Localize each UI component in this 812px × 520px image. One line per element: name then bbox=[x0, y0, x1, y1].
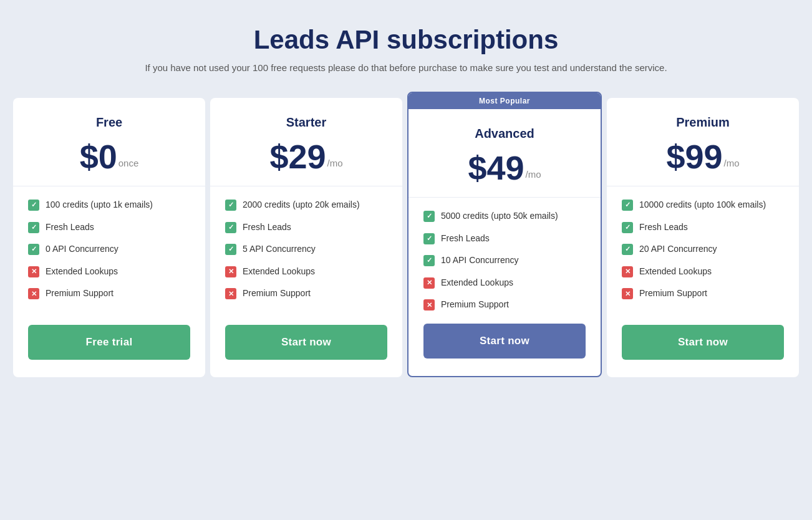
feature-icon-check bbox=[622, 222, 633, 233]
plan-price-starter: $29 bbox=[269, 140, 326, 173]
plan-cta-premium: Start now bbox=[607, 325, 799, 377]
feature-icon-cross bbox=[423, 299, 435, 311]
feature-item: Extended Lookups bbox=[225, 266, 387, 278]
feature-text: Extended Lookups bbox=[46, 266, 118, 278]
feature-icon-cross bbox=[225, 266, 236, 277]
feature-icon-cross bbox=[423, 277, 435, 289]
cta-button-free[interactable]: Free trial bbox=[28, 325, 190, 360]
plan-name-free: Free bbox=[28, 115, 190, 130]
feature-icon-check bbox=[225, 200, 236, 211]
feature-icon-check bbox=[622, 200, 633, 211]
plan-price-advanced: $49 bbox=[468, 151, 524, 185]
feature-icon-check bbox=[423, 211, 435, 222]
feature-text: 2000 credits (upto 20k emails) bbox=[243, 199, 360, 211]
feature-text: Premium Support bbox=[639, 287, 707, 300]
feature-item: Premium Support bbox=[28, 287, 190, 300]
cta-button-advanced[interactable]: Start now bbox=[423, 324, 586, 359]
plan-card-advanced: Most Popular Advanced $49 /mo 5000 credi… bbox=[407, 92, 602, 377]
page-subtitle: If you have not used your 100 free reque… bbox=[145, 62, 667, 73]
plan-period-free: once bbox=[118, 158, 139, 168]
plan-price-row-premium: $99 /mo bbox=[622, 140, 784, 173]
feature-text: 10 API Concurrency bbox=[441, 254, 519, 267]
plan-price-row-advanced: $49 /mo bbox=[423, 151, 586, 185]
feature-item: Extended Lookups bbox=[423, 277, 586, 289]
feature-item: Fresh Leads bbox=[225, 221, 387, 234]
feature-icon-check bbox=[423, 233, 435, 244]
feature-item: 0 API Concurrency bbox=[28, 243, 190, 256]
feature-text: 20 API Concurrency bbox=[639, 243, 717, 256]
feature-icon-check bbox=[622, 244, 633, 255]
plan-card-premium: Premium $99 /mo 10000 credits (upto 100k… bbox=[607, 98, 799, 377]
feature-item: 2000 credits (upto 20k emails) bbox=[225, 199, 387, 211]
plan-header-premium: Premium $99 /mo bbox=[607, 98, 799, 186]
plan-price-row-free: $0 once bbox=[28, 140, 190, 173]
plan-name-advanced: Advanced bbox=[423, 127, 586, 141]
feature-item: Extended Lookups bbox=[622, 266, 784, 278]
plan-period-starter: /mo bbox=[327, 158, 343, 168]
plan-price-premium: $99 bbox=[666, 140, 722, 173]
plan-features-free: 100 credits (upto 1k emails) Fresh Leads… bbox=[13, 186, 205, 325]
feature-text: Extended Lookups bbox=[243, 266, 315, 278]
plan-cta-advanced: Start now bbox=[408, 324, 601, 376]
feature-item: 20 API Concurrency bbox=[622, 243, 784, 256]
plan-price-row-starter: $29 /mo bbox=[225, 140, 387, 173]
feature-item: 10000 credits (upto 100k emails) bbox=[622, 199, 784, 211]
feature-text: Premium Support bbox=[441, 299, 509, 311]
feature-item: Fresh Leads bbox=[28, 221, 190, 234]
plan-features-advanced: 5000 credits (upto 50k emails) Fresh Lea… bbox=[408, 198, 601, 324]
cta-button-premium[interactable]: Start now bbox=[622, 325, 784, 360]
cta-button-starter[interactable]: Start now bbox=[225, 325, 387, 360]
plan-header-starter: Starter $29 /mo bbox=[210, 98, 402, 186]
feature-icon-cross bbox=[622, 288, 633, 299]
feature-item: Premium Support bbox=[622, 287, 784, 300]
feature-icon-check bbox=[225, 244, 236, 255]
plan-card-starter: Starter $29 /mo 2000 credits (upto 20k e… bbox=[210, 98, 402, 377]
feature-icon-check bbox=[423, 255, 435, 266]
page-header: Leads API subscriptions If you have not … bbox=[145, 25, 667, 73]
plan-cta-free: Free trial bbox=[13, 325, 205, 377]
plan-price-free: $0 bbox=[80, 140, 117, 173]
feature-item: 5000 credits (upto 50k emails) bbox=[423, 210, 586, 223]
feature-item: Premium Support bbox=[423, 299, 586, 311]
plan-card-free: Free $0 once 100 credits (upto 1k emails… bbox=[13, 98, 205, 377]
feature-icon-check bbox=[225, 222, 236, 233]
feature-icon-check bbox=[28, 244, 39, 255]
plan-header-advanced: Advanced $49 /mo bbox=[408, 109, 601, 198]
feature-text: Extended Lookups bbox=[639, 266, 712, 278]
feature-text: 5000 credits (upto 50k emails) bbox=[441, 210, 558, 223]
plan-period-premium: /mo bbox=[724, 158, 740, 168]
feature-text: Fresh Leads bbox=[441, 233, 490, 245]
feature-item: Premium Support bbox=[225, 287, 387, 300]
plan-features-starter: 2000 credits (upto 20k emails) Fresh Lea… bbox=[210, 186, 402, 325]
feature-text: Premium Support bbox=[243, 287, 311, 300]
plan-period-advanced: /mo bbox=[526, 169, 541, 180]
feature-text: Fresh Leads bbox=[639, 221, 688, 234]
feature-text: Fresh Leads bbox=[243, 221, 291, 234]
feature-item: Fresh Leads bbox=[423, 233, 586, 245]
feature-item: Extended Lookups bbox=[28, 266, 190, 278]
plan-header-free: Free $0 once bbox=[13, 98, 205, 186]
feature-item: 5 API Concurrency bbox=[225, 243, 387, 256]
most-popular-badge: Most Popular bbox=[408, 93, 601, 109]
feature-text: 100 credits (upto 1k emails) bbox=[46, 199, 153, 211]
plans-container: Free $0 once 100 credits (upto 1k emails… bbox=[13, 98, 799, 377]
feature-icon-cross bbox=[28, 266, 39, 277]
feature-text: Premium Support bbox=[46, 287, 114, 300]
feature-icon-cross bbox=[225, 288, 236, 299]
feature-item: 10 API Concurrency bbox=[423, 254, 586, 267]
plan-name-starter: Starter bbox=[225, 115, 387, 130]
plan-features-premium: 10000 credits (upto 100k emails) Fresh L… bbox=[607, 186, 799, 325]
feature-icon-cross bbox=[622, 266, 633, 277]
feature-text: 0 API Concurrency bbox=[46, 243, 118, 256]
plan-name-premium: Premium bbox=[622, 115, 784, 130]
feature-text: Fresh Leads bbox=[46, 221, 94, 234]
plan-cta-starter: Start now bbox=[210, 325, 402, 377]
feature-text: Extended Lookups bbox=[441, 277, 513, 289]
feature-text: 5 API Concurrency bbox=[243, 243, 316, 256]
feature-icon-cross bbox=[28, 288, 39, 299]
page-title: Leads API subscriptions bbox=[145, 25, 667, 55]
feature-icon-check bbox=[28, 222, 39, 233]
feature-icon-check bbox=[28, 200, 39, 211]
feature-item: Fresh Leads bbox=[622, 221, 784, 234]
feature-item: 100 credits (upto 1k emails) bbox=[28, 199, 190, 211]
